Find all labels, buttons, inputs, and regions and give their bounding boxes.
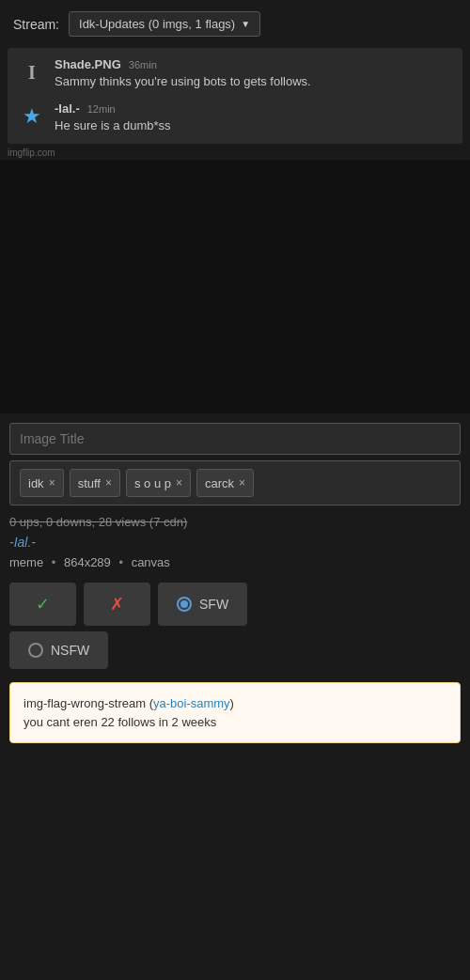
x-icon: ✗	[110, 594, 124, 614]
tag-remove-button[interactable]: ×	[105, 476, 112, 490]
meta-line: meme • 864x289 • canvas	[0, 553, 470, 577]
stream-header: Stream: Idk-Updates (0 imgs, 1 flags) ▼	[0, 0, 470, 48]
meta-dimensions: 864x289	[64, 555, 111, 569]
tag-chip: s o u p ×	[126, 469, 191, 497]
stats-line: 0 ups, 0 downs, 28 views (7 cdn)	[0, 511, 470, 531]
nsfw-button[interactable]: NSFW	[9, 631, 108, 669]
action-buttons-row2: NSFW	[0, 631, 470, 675]
radio-empty-icon	[28, 643, 43, 658]
content-gap	[0, 160, 470, 413]
message-feed: I Shade.PNG 36min Sammy thinks you're us…	[8, 48, 462, 144]
message-item: I Shade.PNG 36min Sammy thinks you're us…	[19, 57, 451, 90]
tag-chip: stuff ×	[70, 469, 120, 497]
message-meta: -Ial.- 12min	[55, 101, 451, 116]
meta-format: canvas	[132, 555, 170, 569]
sfw-label: SFW	[199, 597, 228, 612]
meta-type: meme	[9, 555, 43, 569]
stream-dropdown[interactable]: Idk-Updates (0 imgs, 1 flags) ▼	[69, 11, 260, 37]
author-line: -Ial.-	[0, 531, 470, 553]
lower-panel: idk × stuff × s o u p × carck × 0 ups, 0…	[0, 413, 470, 743]
flag-user-link[interactable]: ya-boi-sammy	[153, 696, 230, 710]
action-buttons: ✓ ✗ SFW	[0, 577, 470, 631]
message-text: Sammy thinks you're using bots to gets f…	[55, 73, 451, 90]
avatar-letter: I	[28, 62, 36, 84]
message-item: ★ -Ial.- 12min He sure is a dumb*ss	[19, 101, 451, 134]
message-content: -Ial.- 12min He sure is a dumb*ss	[55, 101, 451, 134]
message-author: -Ial.-	[55, 101, 80, 116]
image-title-wrapper	[0, 413, 470, 460]
message-content: Shade.PNG 36min Sammy thinks you're usin…	[55, 57, 451, 90]
tags-area: idk × stuff × s o u p × carck ×	[9, 460, 461, 506]
tag-remove-button[interactable]: ×	[49, 476, 55, 490]
tag-label: carck	[205, 476, 234, 490]
message-time: 12min	[87, 103, 116, 115]
flag-message: you cant eren 22 follows in 2 weeks	[24, 715, 216, 729]
chevron-down-icon: ▼	[241, 19, 250, 29]
nsfw-label: NSFW	[51, 643, 89, 658]
tag-label: stuff	[78, 476, 101, 490]
message-text: He sure is a dumb*ss	[55, 117, 451, 134]
approve-button[interactable]: ✓	[9, 583, 76, 626]
meta-separator: •	[52, 555, 56, 569]
imgflip-credit: imgflip.com	[0, 146, 470, 160]
tag-remove-button[interactable]: ×	[176, 476, 182, 490]
message-meta: Shade.PNG 36min	[55, 57, 451, 71]
message-author: Shade.PNG	[55, 57, 121, 71]
tag-label: s o u p	[134, 476, 171, 490]
reject-button[interactable]: ✗	[84, 583, 150, 626]
avatar: I	[19, 59, 45, 86]
avatar: ★	[19, 103, 45, 130]
message-time: 36min	[129, 59, 157, 70]
sfw-button[interactable]: SFW	[158, 583, 247, 626]
stream-label: Stream:	[13, 17, 59, 32]
checkmark-icon: ✓	[36, 594, 50, 614]
radio-filled-icon	[177, 597, 192, 612]
flag-notice: img-flag-wrong-stream (ya-boi-sammy) you…	[9, 682, 461, 743]
tag-chip: carck ×	[196, 469, 254, 497]
meta-separator: •	[118, 555, 123, 569]
tag-label: idk	[28, 476, 44, 490]
flag-code: img-flag-wrong-stream (	[24, 696, 153, 710]
stream-select-text: Idk-Updates (0 imgs, 1 flags)	[79, 17, 235, 31]
star-icon: ★	[23, 104, 41, 129]
flag-close-paren: )	[230, 696, 234, 710]
tag-remove-button[interactable]: ×	[239, 476, 245, 490]
tag-chip: idk ×	[20, 469, 64, 497]
image-title-input[interactable]	[9, 423, 461, 455]
